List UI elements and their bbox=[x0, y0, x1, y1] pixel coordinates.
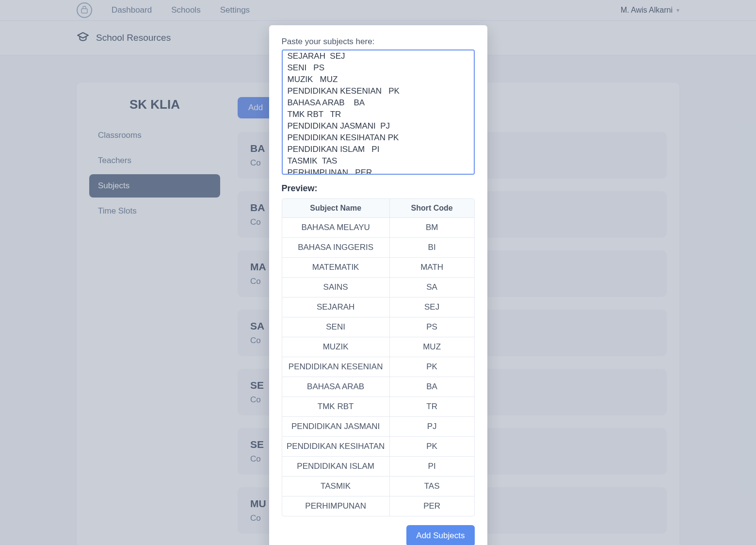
cell-short-code: BI bbox=[389, 238, 474, 258]
table-row: PENDIDIKAN JASMANIPJ bbox=[282, 417, 474, 437]
modal-overlay[interactable]: Paste your subjects here: Preview: Subje… bbox=[0, 0, 756, 545]
cell-subject-name: PENDIDIKAN JASMANI bbox=[282, 417, 390, 437]
cell-short-code: MATH bbox=[389, 258, 474, 278]
cell-short-code: TAS bbox=[389, 477, 474, 496]
cell-short-code: PS bbox=[389, 317, 474, 337]
table-row: MATEMATIKMATH bbox=[282, 258, 474, 278]
cell-short-code: TR bbox=[389, 397, 474, 417]
table-row: SAINSSA bbox=[282, 278, 474, 297]
cell-subject-name: TMK RBT bbox=[282, 397, 390, 417]
table-row: SENIPS bbox=[282, 317, 474, 337]
table-row: PENDIDIKAN KESENIANPK bbox=[282, 357, 474, 377]
cell-subject-name: PENDIDIKAN KESENIAN bbox=[282, 357, 390, 377]
cell-subject-name: TASMIK bbox=[282, 477, 390, 496]
add-subjects-button[interactable]: Add Subjects bbox=[406, 525, 474, 545]
cell-subject-name: PENDIDIKAN ISLAM bbox=[282, 457, 390, 477]
subjects-paste-textarea[interactable] bbox=[282, 50, 475, 175]
cell-short-code: PER bbox=[389, 496, 474, 516]
table-row: PENDIDIKAN KESIHATANPK bbox=[282, 437, 474, 457]
table-row: MUZIKMUZ bbox=[282, 337, 474, 357]
col-header-subject-name: Subject Name bbox=[282, 199, 390, 218]
cell-subject-name: SENI bbox=[282, 317, 390, 337]
cell-short-code: PI bbox=[389, 457, 474, 477]
cell-short-code: PK bbox=[389, 437, 474, 457]
table-row: PERHIMPUNANPER bbox=[282, 496, 474, 516]
cell-short-code: BA bbox=[389, 377, 474, 397]
table-row: BAHASA ARABBA bbox=[282, 377, 474, 397]
table-row: TASMIKTAS bbox=[282, 477, 474, 496]
cell-subject-name: MATEMATIK bbox=[282, 258, 390, 278]
table-row: BAHASA INGGERISBI bbox=[282, 238, 474, 258]
table-row: BAHASA MELAYUBM bbox=[282, 218, 474, 238]
cell-subject-name: MUZIK bbox=[282, 337, 390, 357]
cell-subject-name: PENDIDIKAN KESIHATAN bbox=[282, 437, 390, 457]
preview-table: Subject Name Short Code BAHASA MELAYUBMB… bbox=[282, 198, 475, 516]
cell-short-code: PK bbox=[389, 357, 474, 377]
table-row: TMK RBTTR bbox=[282, 397, 474, 417]
cell-short-code: MUZ bbox=[389, 337, 474, 357]
cell-subject-name: SAINS bbox=[282, 278, 390, 297]
cell-subject-name: PERHIMPUNAN bbox=[282, 496, 390, 516]
table-row: SEJARAHSEJ bbox=[282, 297, 474, 317]
cell-short-code: SA bbox=[389, 278, 474, 297]
preview-heading: Preview: bbox=[282, 183, 475, 194]
cell-subject-name: BAHASA ARAB bbox=[282, 377, 390, 397]
cell-short-code: BM bbox=[389, 218, 474, 238]
cell-short-code: SEJ bbox=[389, 297, 474, 317]
cell-short-code: PJ bbox=[389, 417, 474, 437]
table-row: PENDIDIKAN ISLAMPI bbox=[282, 457, 474, 477]
cell-subject-name: BAHASA MELAYU bbox=[282, 218, 390, 238]
col-header-short-code: Short Code bbox=[389, 199, 474, 218]
cell-subject-name: SEJARAH bbox=[282, 297, 390, 317]
cell-subject-name: BAHASA INGGERIS bbox=[282, 238, 390, 258]
paste-label: Paste your subjects here: bbox=[282, 37, 475, 47]
add-subjects-modal: Paste your subjects here: Preview: Subje… bbox=[269, 25, 487, 545]
